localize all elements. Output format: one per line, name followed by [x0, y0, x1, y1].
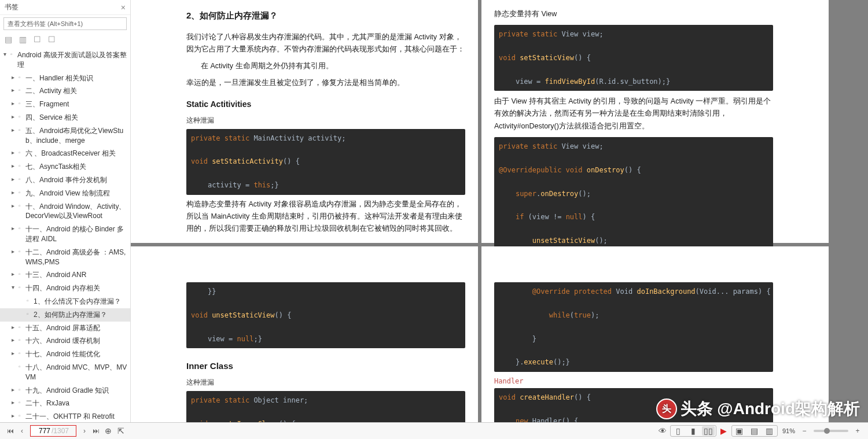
bookmark-item[interactable]: ▸▫十七、Android 性能优化 [0, 348, 130, 361]
single-page-icon[interactable]: ▯ [672, 426, 685, 436]
expand-icon[interactable]: ▸ [12, 149, 19, 157]
bookmark-item[interactable]: ▸▫三、Fragment [0, 98, 130, 111]
first-page-button[interactable]: ⏮ [5, 427, 16, 435]
bookmark-item[interactable]: ▾▫十四、Android 内存相关 [0, 282, 130, 295]
prev-page-button[interactable]: ‹ [16, 427, 28, 435]
code-block: void createHandler() { new Handler() { @… [494, 388, 773, 422]
close-icon[interactable]: × [121, 3, 126, 12]
expand-icon[interactable]: ▸ [12, 412, 19, 420]
expand-icon[interactable]: ▾ [3, 50, 10, 58]
bookmark-item[interactable]: ▸▫十一、Android 的核心 Binder 多进程 AIDL [0, 223, 130, 246]
view-icon-2[interactable]: ▥ [19, 35, 27, 44]
page-icon: ▫ [19, 349, 24, 357]
view-icon[interactable]: ▤ [5, 35, 12, 44]
expand-icon[interactable]: ▸ [12, 202, 19, 210]
paragraph: 由于 View 持有其宿主 Activity 的引用，导致的问题与 Activi… [494, 95, 773, 132]
expand-icon[interactable]: ▸ [12, 336, 19, 344]
bookmark-item[interactable]: ▸▫十五、Android 屏幕适配 [0, 322, 130, 335]
expand-icon[interactable]: ▸ [12, 113, 19, 121]
page-icon: ▫ [19, 399, 24, 407]
expand-icon[interactable]: ▸ [12, 399, 19, 407]
expand-icon[interactable]: ▸ [12, 175, 19, 183]
expand-icon[interactable]: ▸ [12, 270, 19, 278]
bookmark-item[interactable]: ▸▫十、Android Window、Activity、DecorView以及V… [0, 200, 130, 223]
code-block: private static Object inner; void create… [186, 391, 465, 422]
bookmark-label: 十九、Android Gradle 知识 [25, 386, 128, 396]
sidebar-title: 书签 [5, 2, 121, 12]
expand-icon[interactable]: ▸ [12, 189, 19, 197]
expand-icon[interactable]: ▾ [12, 283, 19, 292]
bookmark-item[interactable]: ▸▫八、Android 事件分发机制 [0, 174, 130, 187]
bookmark-item[interactable]: ▸▫十六、Android 缓存机制 [0, 334, 130, 348]
bookmark-search-input[interactable] [3, 17, 127, 30]
page: }} void unsetStaticView() { view = null;… [131, 246, 478, 422]
subheading: Static Actitivities [186, 98, 465, 112]
label: 这种泄漏 [186, 115, 465, 126]
bookmark-item[interactable]: ▸▫二、Activity 相关 [0, 84, 130, 98]
page-icon: ▫ [19, 202, 24, 210]
zoom-in-button[interactable]: + [852, 427, 863, 435]
last-page-button[interactable]: ⏭ [90, 427, 102, 435]
continuous-icon[interactable]: ▮ [687, 426, 700, 436]
page-icon: ▫ [19, 189, 24, 197]
bookmark-item[interactable]: ▸▫一、Handler 相关知识 [0, 72, 130, 85]
two-page-icon[interactable]: ▯▯ [702, 426, 715, 436]
bookmark-label: 十二、Android 高级必备 ：AMS,WMS,PMS [25, 248, 128, 267]
zoom-slider[interactable] [814, 430, 848, 432]
play-icon[interactable]: ▶ [718, 426, 730, 436]
bookmark-item[interactable]: ▸▫七、AsyncTask相关 [0, 160, 130, 174]
bookmark-icon-2[interactable]: ☐ [48, 35, 56, 44]
bookmark-item[interactable]: ▸▫二十、RxJava [0, 397, 130, 410]
bookmark-item[interactable]: ▸▫二十一、OKHTTP 和 Retrofit [0, 410, 130, 422]
expand-icon[interactable]: ▸ [12, 162, 19, 170]
page-number-input[interactable] [31, 427, 52, 435]
status-bar: ⏮ ‹ /1307 › ⏭ ⊕ ⇱ 👁 ▯ ▮ ▯▯ ▶ ▣ ▤ ▥ 91% −… [0, 422, 868, 439]
expand-icon[interactable]: ▸ [12, 248, 19, 256]
bookmark-item[interactable]: ▸▫六 、BroadcastReceiver 相关 [0, 147, 130, 160]
page-icon: ▫ [19, 113, 24, 121]
bookmark-item[interactable]: ▫1、什么情况下会内存泄漏？ [0, 295, 130, 308]
expand-icon[interactable]: ▸ [12, 349, 19, 357]
bookmark-label: 十四、Android 内存相关 [25, 283, 128, 293]
bookmark-label: 二十、RxJava [25, 399, 128, 408]
page-icon: ▫ [19, 73, 24, 82]
page-icon: ▫ [19, 224, 24, 233]
expand-icon[interactable]: ▸ [12, 224, 19, 233]
bookmark-item[interactable]: ▸▫四、Service 相关 [0, 111, 130, 124]
layout-icon-2[interactable]: ▤ [748, 426, 761, 436]
expand-icon[interactable]: ▸ [12, 323, 19, 331]
page-total: /1307 [52, 427, 69, 435]
expand-icon[interactable]: ▸ [12, 86, 19, 94]
code-block: private static View view; void setStatic… [494, 25, 773, 91]
bookmark-item[interactable]: ▸▫九、Android View 绘制流程 [0, 187, 130, 200]
bookmark-item[interactable]: ▸▫十九、Android Gradle 知识 [0, 384, 130, 397]
eye-icon[interactable]: 👁 [656, 426, 669, 436]
expand-icon[interactable]: ▸ [12, 99, 19, 108]
bookmark-item[interactable]: ▫2、如何防止内存泄漏？ [0, 308, 130, 322]
bookmark-item[interactable]: ▸▫十三、Android ANR [0, 268, 130, 282]
zoom-out-button[interactable]: − [799, 427, 810, 435]
code-block: private static View view; @Overridepubli… [494, 137, 773, 250]
expand-icon[interactable]: ▸ [12, 73, 19, 82]
bookmark-item[interactable]: ▸▫十二、Android 高级必备 ：AMS,WMS,PMS [0, 246, 130, 269]
document-viewport[interactable]: 2、如何防止内存泄漏？ 我们讨论了八种容易发生内存泄漏的代码。其中，尤其严重的是… [131, 0, 868, 422]
export-icon[interactable]: ⇱ [115, 426, 127, 436]
layout-icon-1[interactable]: ▣ [733, 426, 746, 436]
bookmark-label: 十一、Android 的核心 Binder 多进程 AIDL [25, 224, 128, 244]
bookmark-item[interactable]: ▫十八、Android MVC、MVP、MVVM [0, 361, 130, 384]
next-page-button[interactable]: › [79, 427, 90, 435]
expand-icon[interactable]: ▸ [12, 126, 19, 134]
bookmark-icon[interactable]: ☐ [34, 35, 41, 44]
page-icon: ▫ [19, 323, 24, 331]
page: 静态变量持有 View private static View view; vo… [481, 0, 829, 243]
page-icon: ▫ [19, 175, 24, 183]
layout-icon-3[interactable]: ▥ [763, 426, 776, 436]
code-block: private static MainActivity activity; vo… [186, 129, 465, 195]
page-icon: ▫ [19, 99, 24, 108]
bookmark-item[interactable]: ▸▫五、Android布局优化之ViewStub、include、merge [0, 124, 130, 147]
code-block: @Override protected Void doInBackground(… [494, 282, 773, 372]
add-bookmark-icon[interactable]: ⊕ [102, 426, 115, 436]
bookmark-item[interactable]: ▾▫Android 高级开发面试题以及答案整理 [0, 49, 130, 72]
page-icon: ▫ [19, 126, 24, 134]
expand-icon[interactable]: ▸ [12, 386, 19, 394]
